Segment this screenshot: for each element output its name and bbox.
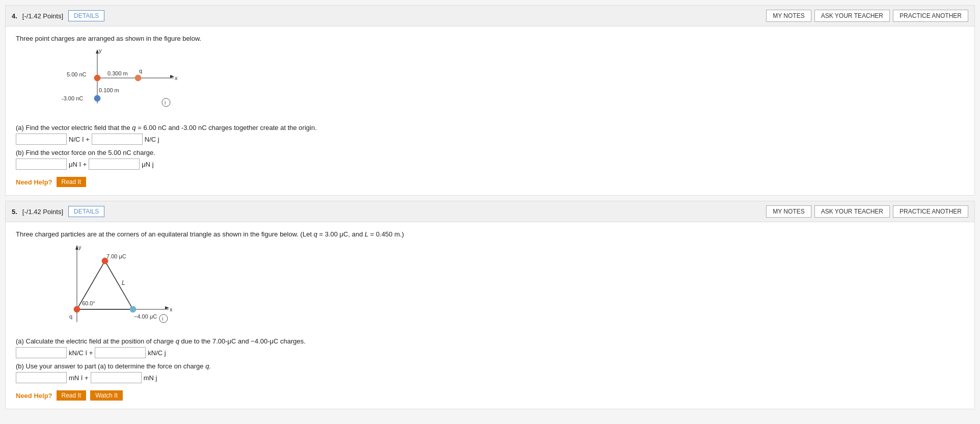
question-5-figure: y x L 60.0° 7.00 μC bbox=[16, 243, 189, 332]
question-4-part-a-input1[interactable] bbox=[16, 134, 67, 145]
question-5-part-b-inputs: mN î + mN j bbox=[16, 372, 964, 383]
question-5-part-a-input1[interactable] bbox=[16, 347, 67, 358]
question-4-ask-teacher-btn[interactable]: ASK YOUR TEACHER bbox=[814, 10, 890, 22]
svg-point-9 bbox=[135, 75, 141, 81]
svg-text:y: y bbox=[99, 47, 102, 54]
question-4-svg: y x 5.00 nC 0.300 m q 0.100 m bbox=[16, 47, 189, 119]
question-5-part-b-label: (b) Use your answer to part (a) to deter… bbox=[16, 362, 964, 370]
question-4-header-buttons: MY NOTES ASK YOUR TEACHER PRACTICE ANOTH… bbox=[766, 10, 968, 22]
question-4-part-b-input2[interactable] bbox=[89, 158, 140, 170]
svg-point-12 bbox=[94, 95, 100, 101]
svg-text:x: x bbox=[170, 306, 173, 312]
question-5-part-a-input2[interactable] bbox=[95, 347, 146, 358]
svg-point-6 bbox=[94, 75, 100, 81]
svg-text:−4.00 μC: −4.00 μC bbox=[134, 313, 157, 320]
question-4-figure: y x 5.00 nC 0.300 m q 0.100 m bbox=[16, 47, 189, 119]
question-4-body: Three point charges are arranged as show… bbox=[6, 26, 974, 195]
question-4-points: [-/1.42 Points] bbox=[22, 12, 63, 20]
question-5-description: Three charged particles are at the corne… bbox=[16, 230, 964, 238]
question-5-part-b-input2[interactable] bbox=[91, 372, 142, 383]
question-4-header: 4. [-/1.42 Points] DETAILS MY NOTES ASK … bbox=[6, 6, 974, 26]
svg-marker-21 bbox=[165, 306, 169, 309]
question-4-need-help: Need Help? Read It bbox=[16, 177, 964, 187]
question-4-number: 4. bbox=[12, 12, 17, 20]
svg-text:60.0°: 60.0° bbox=[82, 300, 95, 306]
svg-point-33 bbox=[159, 314, 168, 323]
question-4-part-a-unit1: N/C î + bbox=[69, 136, 90, 143]
question-5-points: [-/1.42 Points] bbox=[22, 208, 63, 216]
question-5-need-help: Need Help? Read It Watch It bbox=[16, 390, 964, 401]
question-4-practice-another-btn[interactable]: PRACTICE ANOTHER bbox=[893, 10, 968, 22]
question-5-body: Three charged particles are at the corne… bbox=[6, 222, 974, 409]
question-5-header-buttons: MY NOTES ASK YOUR TEACHER PRACTICE ANOTH… bbox=[766, 205, 968, 218]
question-5-details-btn[interactable]: DETAILS bbox=[68, 206, 104, 217]
svg-text:i: i bbox=[165, 99, 166, 105]
question-5-need-help-label: Need Help? bbox=[16, 392, 52, 400]
question-5-header-left: 5. [-/1.42 Points] DETAILS bbox=[12, 206, 104, 217]
svg-text:-3.00 nC: -3.00 nC bbox=[62, 95, 83, 101]
svg-line-23 bbox=[105, 261, 133, 309]
question-5-part-b-input1[interactable] bbox=[16, 372, 67, 383]
svg-point-31 bbox=[130, 306, 136, 312]
question-4-part-b-unit2: μN j bbox=[142, 161, 153, 168]
question-4-part-b-label: (b) Find the vector force on the 5.00 nC… bbox=[16, 149, 964, 156]
svg-text:q: q bbox=[139, 68, 142, 74]
question-5: 5. [-/1.42 Points] DETAILS MY NOTES ASK … bbox=[5, 201, 975, 409]
question-5-read-btn[interactable]: Read It bbox=[57, 390, 87, 401]
svg-text:y: y bbox=[78, 244, 81, 250]
question-4-read-btn[interactable]: Read It bbox=[57, 177, 87, 187]
question-4-part-a-input2[interactable] bbox=[92, 134, 143, 145]
question-5-part-a-unit1: kN/C î + bbox=[69, 349, 93, 357]
svg-text:x: x bbox=[175, 75, 178, 81]
question-5-watch-btn[interactable]: Watch It bbox=[90, 390, 123, 401]
svg-text:5.00 nC: 5.00 nC bbox=[67, 71, 87, 77]
svg-text:0.300 m: 0.300 m bbox=[107, 70, 128, 76]
svg-point-29 bbox=[74, 306, 80, 312]
question-4-my-notes-btn[interactable]: MY NOTES bbox=[766, 10, 811, 22]
question-4-part-b-inputs: μN î + μN j bbox=[16, 158, 964, 170]
question-4-header-left: 4. [-/1.42 Points] DETAILS bbox=[12, 10, 104, 21]
question-5-header: 5. [-/1.42 Points] DETAILS MY NOTES ASK … bbox=[6, 201, 974, 222]
question-4-part-b-unit1: μN î + bbox=[69, 161, 87, 168]
svg-text:q: q bbox=[69, 313, 72, 320]
question-5-practice-another-btn[interactable]: PRACTICE ANOTHER bbox=[893, 205, 968, 218]
svg-text:L: L bbox=[122, 279, 125, 286]
question-5-ask-teacher-btn[interactable]: ASK YOUR TEACHER bbox=[814, 205, 890, 218]
question-4-part-b-input1[interactable] bbox=[16, 158, 67, 170]
question-5-part-b-unit1: mN î + bbox=[69, 374, 89, 382]
question-4-part-a-label: (a) Find the vector electric field that … bbox=[16, 124, 964, 131]
question-5-part-a-unit2: kN/C j bbox=[148, 349, 166, 357]
svg-marker-5 bbox=[170, 75, 174, 78]
question-4-part-a-inputs: N/C î + N/C j bbox=[16, 134, 964, 145]
question-5-my-notes-btn[interactable]: MY NOTES bbox=[766, 205, 811, 218]
svg-text:0.100 m: 0.100 m bbox=[99, 87, 119, 93]
question-4-need-help-label: Need Help? bbox=[16, 178, 52, 186]
question-5-part-a-inputs: kN/C î + kN/C j bbox=[16, 347, 964, 358]
question-4: 4. [-/1.42 Points] DETAILS MY NOTES ASK … bbox=[5, 5, 975, 196]
question-5-number: 5. bbox=[12, 208, 17, 216]
question-4-details-btn[interactable]: DETAILS bbox=[68, 10, 104, 21]
svg-point-14 bbox=[162, 98, 170, 107]
question-5-part-b-unit2: mN j bbox=[144, 374, 157, 382]
question-4-part-a-unit2: N/C j bbox=[145, 136, 159, 143]
svg-text:i: i bbox=[162, 315, 163, 322]
question-4-description: Three point charges are arranged as show… bbox=[16, 35, 964, 42]
question-5-part-a-label: (a) Calculate the electric field at the … bbox=[16, 337, 964, 345]
svg-text:7.00 μC: 7.00 μC bbox=[106, 253, 126, 259]
question-5-svg: y x L 60.0° 7.00 μC bbox=[16, 243, 189, 332]
